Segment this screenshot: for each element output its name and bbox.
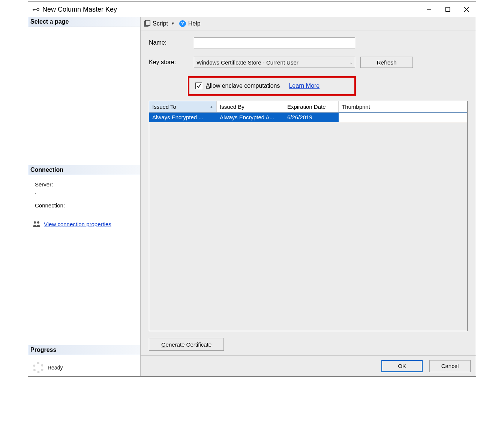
learn-more-link[interactable]: Learn More [289, 83, 320, 89]
cell-issued-to: Always Encrypted ... [149, 113, 217, 122]
help-button[interactable]: Help [188, 20, 201, 27]
column-issued-to[interactable]: Issued To▲ [149, 101, 217, 112]
grid-row[interactable]: Always Encrypted ... Always Encrypted A.… [149, 113, 467, 122]
connection-label: Connection: [35, 202, 136, 209]
svg-rect-5 [446, 8, 450, 12]
column-issued-by[interactable]: Issued By [217, 101, 284, 112]
svg-point-0 [37, 8, 39, 11]
name-label: Name: [149, 39, 194, 46]
sidebar: Select a page Connection Server: . Conne… [28, 17, 141, 376]
window-controls [420, 2, 476, 17]
svg-point-9 [37, 221, 39, 224]
cell-issued-by: Always Encrypted A... [217, 113, 284, 122]
certificate-grid: Issued To▲ Issued By Expiration Date Thu… [149, 101, 468, 331]
script-icon [144, 20, 150, 27]
sort-asc-icon: ▲ [210, 105, 213, 109]
name-row: Name: [149, 37, 468, 48]
progress-spinner-icon [33, 362, 44, 373]
cell-thumbprint [339, 113, 467, 122]
keystore-select[interactable]: Windows Certificate Store - Current User… [194, 57, 355, 68]
view-connection-properties-link[interactable]: View connection properties [44, 221, 111, 227]
keystore-value: Windows Certificate Store - Current User [196, 59, 298, 66]
svg-rect-11 [146, 20, 150, 26]
form-area: Name: Key store: Windows Certificate Sto… [141, 30, 476, 355]
svg-point-8 [34, 221, 36, 224]
window-title: New Column Master Key [42, 6, 117, 14]
dialog-window: New Column Master Key Select a page Conn… [28, 2, 476, 377]
toolbar: Script ▼ ? Help [141, 17, 476, 30]
view-connection-row: View connection properties [33, 221, 136, 227]
allow-enclave-label: Allow enclave computations [206, 83, 280, 89]
ready-label: Ready [48, 365, 63, 371]
body-area: Select a page Connection Server: . Conne… [28, 17, 476, 376]
keystore-label: Key store: [149, 59, 194, 66]
close-button[interactable] [457, 2, 476, 17]
sidebar-spacer [28, 27, 140, 165]
connection-section: Server: . Connection: View connection pr… [28, 175, 140, 230]
script-button[interactable]: Script [153, 20, 168, 27]
grid-header: Issued To▲ Issued By Expiration Date Thu… [149, 101, 467, 113]
titlebar: New Column Master Key [28, 2, 476, 17]
key-icon [33, 7, 39, 12]
column-expiration-date[interactable]: Expiration Date [284, 101, 339, 112]
sidebar-flex [28, 230, 140, 345]
generate-certificate-button[interactable]: Generate Certificate [149, 338, 224, 351]
keystore-row: Key store: Windows Certificate Store - C… [149, 57, 468, 68]
column-thumbprint[interactable]: Thumbprint [339, 101, 467, 112]
cell-expiration: 6/26/2019 [284, 113, 339, 122]
ready-row: Ready [33, 362, 136, 373]
footer: OK Cancel [141, 355, 476, 376]
progress-header: Progress [28, 345, 140, 355]
enclave-highlight-box: Allow enclave computations Learn More [188, 76, 356, 96]
help-icon: ? [179, 20, 186, 27]
progress-section: Ready [28, 355, 140, 376]
chevron-down-icon: ⌵ [350, 60, 352, 65]
main-panel: Script ▼ ? Help Name: Key store: Windows… [141, 17, 476, 376]
people-icon [33, 221, 41, 227]
name-input[interactable] [194, 37, 355, 48]
minimize-button[interactable] [420, 2, 438, 17]
cancel-button[interactable]: Cancel [429, 360, 471, 372]
maximize-button[interactable] [438, 2, 457, 17]
refresh-button[interactable]: Refresh [360, 57, 413, 68]
allow-enclave-checkbox[interactable] [195, 83, 202, 89]
select-page-header: Select a page [28, 17, 140, 27]
ok-button[interactable]: OK [381, 360, 423, 372]
server-label: Server: [35, 181, 136, 188]
connection-header: Connection [28, 165, 140, 175]
server-value: . [35, 188, 136, 195]
script-dropdown-arrow[interactable]: ▼ [171, 21, 175, 26]
